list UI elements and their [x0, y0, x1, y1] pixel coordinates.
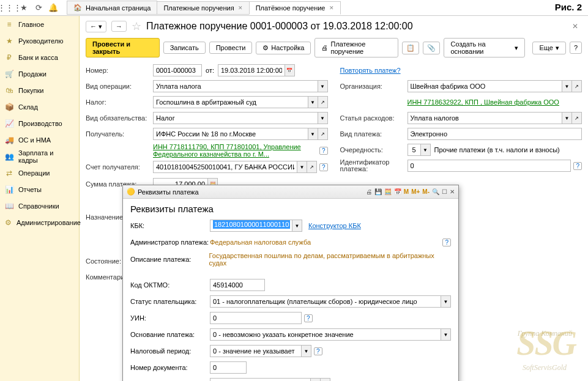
sidebar-item[interactable]: 📖Справочники — [0, 198, 79, 214]
period-input[interactable] — [210, 345, 302, 357]
sidebar-item[interactable]: ⚙Администрирование — [0, 214, 79, 231]
sidebar-item[interactable]: 🛍Покупки — [0, 82, 79, 98]
help-icon[interactable]: ? — [319, 147, 328, 155]
bell-icon[interactable]: 🔔 — [47, 1, 60, 15]
chevron-down-icon[interactable]: ▼ — [441, 328, 451, 341]
tab-home-label: Начальная страница — [86, 4, 151, 12]
tab-home[interactable]: 🏠 Начальная страница — [67, 1, 157, 15]
close-icon[interactable]: ✕ — [450, 188, 455, 195]
chevron-down-icon[interactable]: ▼ — [318, 112, 328, 124]
chevron-down-icon[interactable]: ▼ — [562, 112, 572, 124]
sidebar-item-label: Администрирование — [17, 219, 81, 226]
chevron-down-icon[interactable]: ▼ — [562, 80, 572, 92]
number-input[interactable] — [153, 64, 202, 76]
chevron-down-icon[interactable]: ▼ — [441, 295, 451, 308]
create-based-button[interactable]: Создать на основании ▾ — [444, 38, 525, 57]
write-button[interactable]: Записать — [163, 42, 206, 54]
help-icon[interactable]: ? — [304, 314, 313, 322]
chevron-down-icon[interactable]: ▼ — [297, 161, 307, 173]
calendar-icon[interactable]: 📅 — [285, 64, 295, 76]
open-icon[interactable]: ↗ — [318, 96, 328, 108]
kbk-constructor-link[interactable]: Конструктор КБК — [308, 222, 361, 229]
more-button[interactable]: Еще ▾ — [532, 42, 565, 54]
chevron-down-icon[interactable]: ▼ — [308, 128, 318, 140]
open-icon[interactable]: ↗ — [318, 128, 328, 140]
date-input[interactable] — [218, 64, 285, 76]
sidebar-item[interactable]: ★Руководителю — [0, 32, 79, 49]
chevron-down-icon[interactable]: ▼ — [302, 345, 311, 357]
calc-icon[interactable]: 🧮 — [384, 188, 392, 195]
zoom-icon[interactable]: 🔍 — [432, 188, 439, 195]
sidebar-item[interactable]: ₽Банк и касса — [0, 49, 79, 65]
print-icon[interactable]: 🖨 — [366, 188, 372, 195]
status-input[interactable] — [210, 295, 441, 308]
basis-input[interactable] — [210, 328, 441, 341]
calendar-icon[interactable]: 📅 — [394, 188, 401, 195]
prio-input[interactable] — [408, 144, 421, 156]
open-icon[interactable]: ↗ — [572, 80, 582, 92]
save-close-button[interactable]: Провести и закрыть — [86, 38, 160, 57]
settings-button[interactable]: ⚙Настройка — [256, 42, 311, 54]
chevron-down-icon[interactable]: ▼ — [292, 220, 302, 232]
recipient-input[interactable] — [153, 128, 308, 140]
save-icon[interactable]: 💾 — [374, 188, 382, 195]
close-icon[interactable]: ✕ — [329, 5, 334, 11]
chevron-down-icon[interactable]: ▼ — [421, 144, 431, 156]
close-icon[interactable]: ✕ — [238, 5, 243, 11]
docnum-input[interactable] — [210, 361, 247, 374]
oktmo-input[interactable] — [210, 279, 265, 291]
open-icon[interactable]: ↗ — [572, 112, 582, 124]
acc-input[interactable] — [153, 161, 297, 173]
m-icon[interactable]: M — [404, 188, 409, 195]
mplus-icon[interactable]: M+ — [411, 188, 420, 195]
relations-button[interactable]: 📋 — [402, 42, 419, 54]
org-input[interactable] — [408, 80, 563, 92]
chevron-down-icon[interactable]: ▼ — [318, 80, 328, 92]
post-button[interactable]: Провести — [209, 42, 253, 54]
tax-input[interactable] — [153, 96, 308, 108]
favorite-icon[interactable]: ☆ — [132, 20, 141, 33]
exp-input[interactable] — [408, 112, 563, 124]
oblig-input[interactable] — [153, 112, 318, 124]
help-icon[interactable]: ? — [573, 162, 582, 170]
repeat-link[interactable]: Повторять платеж? — [340, 67, 401, 74]
sidebar-item[interactable]: 🚚ОС и НМА — [0, 131, 79, 148]
tab-list[interactable]: Платежные поручения ✕ — [157, 1, 249, 15]
history-icon[interactable]: ⟳ — [32, 1, 45, 15]
help-icon[interactable]: ? — [319, 163, 328, 171]
kbk-input[interactable]: 18210801000011000110 — [210, 220, 292, 232]
sidebar-item[interactable]: 📦Склад — [0, 98, 79, 115]
maximize-icon[interactable]: ☐ — [442, 188, 447, 195]
sidebar-item[interactable]: 📈Производство — [0, 115, 79, 131]
docdate-input[interactable] — [210, 378, 311, 381]
paytype-input[interactable] — [408, 128, 582, 140]
org-link[interactable]: ИНН 7718632922, КПП , Швейная фабрика ОО… — [408, 98, 559, 106]
optype-input[interactable] — [153, 80, 318, 92]
mminus-icon[interactable]: M- — [422, 188, 430, 195]
sidebar-item[interactable]: ≡Главное — [0, 16, 79, 32]
back-button[interactable]: ← ▾ — [86, 21, 106, 32]
star-icon[interactable]: ★ — [17, 1, 31, 15]
sidebar-item[interactable]: 📊Отчеты — [0, 181, 79, 198]
print-button[interactable]: 🖨Платежное поручение — [314, 38, 398, 57]
chevron-down-icon[interactable]: ▼ — [308, 96, 318, 108]
dialog-titlebar[interactable]: 🟡 Реквизиты платежа 🖨 💾 🧮 📅 M M+ M- 🔍 ☐ … — [123, 185, 458, 199]
uin-input[interactable] — [210, 312, 302, 324]
tab-doc[interactable]: Платёжное поручение ✕ — [249, 1, 341, 15]
org-label: Организация: — [340, 83, 408, 90]
sidebar-item[interactable]: 👥Зарплата и кадры — [0, 148, 79, 165]
sidebar-item[interactable]: 🛒Продажи — [0, 65, 79, 82]
chevron-down-icon[interactable]: ▼ — [311, 378, 321, 381]
apps-icon[interactable]: ⋮⋮⋮ — [2, 1, 16, 15]
help-icon[interactable]: ? — [314, 347, 322, 355]
sidebar-item[interactable]: ⇄Операции — [0, 165, 79, 181]
close-icon[interactable]: ✕ — [568, 21, 582, 32]
clear-icon[interactable]: ✕ — [321, 378, 330, 381]
help-icon[interactable]: ? — [442, 239, 451, 246]
forward-button[interactable]: → — [111, 21, 127, 32]
inn-link[interactable]: ИНН 7718111790, КПП 771801001, Управлени… — [153, 143, 317, 158]
attach-button[interactable]: 📎 — [423, 42, 440, 54]
id-input[interactable] — [408, 160, 571, 172]
open-icon[interactable]: ↗ — [307, 161, 317, 173]
help-button[interactable]: ? — [570, 42, 582, 54]
